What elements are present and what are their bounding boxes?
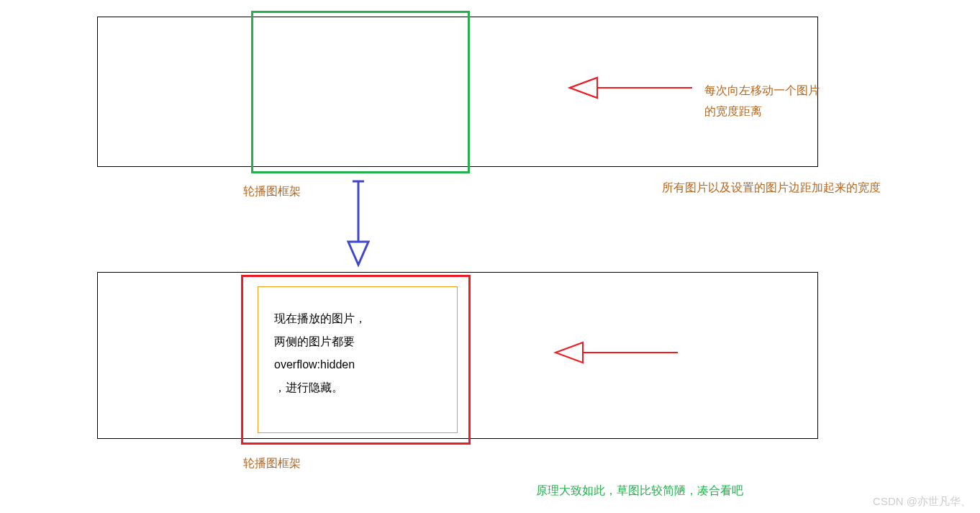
label-move-left: 每次向左移动一个图片的宽度距离 [704, 81, 827, 122]
footer-note: 原理大致如此，草图比较简陋，凑合看吧 [536, 484, 743, 499]
watermark: CSDN @亦世凡华、 [873, 495, 971, 509]
arrow-left-red-bottom [554, 338, 680, 367]
svg-marker-2 [570, 78, 597, 98]
svg-marker-7 [555, 342, 583, 363]
viewport-frame-top [251, 11, 470, 173]
inner-note-line1: 现在播放的图片， [274, 307, 441, 330]
inner-note-line4: ，进行隐藏。 [274, 376, 441, 399]
label-carousel-frame-top: 轮播图框架 [243, 184, 301, 199]
svg-marker-5 [348, 242, 368, 265]
inner-note-line3: overflow:hidden [274, 353, 441, 376]
label-full-width: 所有图片以及设置的图片边距加起来的宽度 [662, 178, 892, 199]
current-image-box: 现在播放的图片， 两侧的图片都要 overflow:hidden ，进行隐藏。 [258, 286, 458, 433]
arrow-down-blue [342, 177, 374, 267]
label-carousel-frame-bottom: 轮播图框架 [243, 456, 301, 471]
inner-note-line2: 两侧的图片都要 [274, 330, 441, 353]
arrow-left-red-top [568, 73, 694, 102]
